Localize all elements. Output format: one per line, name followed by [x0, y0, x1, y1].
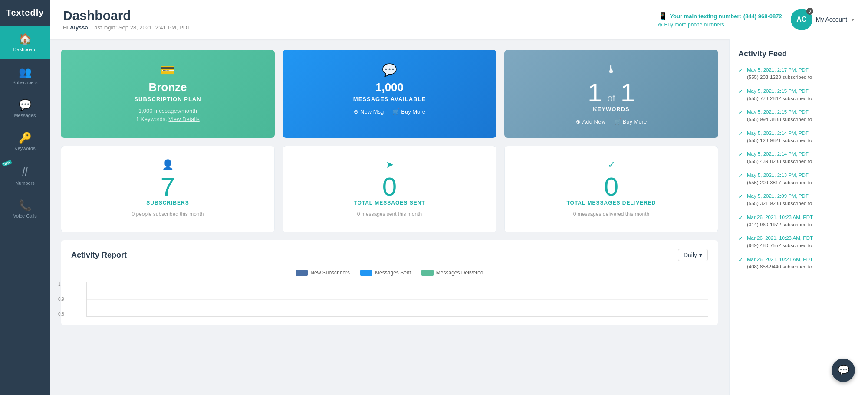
subscribers-card: 👤 7 SUBSCRIBERS 0 people subscribed this… — [61, 146, 275, 232]
sidebar-item-keywords[interactable]: 🔑 Keywords — [0, 125, 50, 158]
check-icon-9: ✓ — [738, 256, 743, 263]
new-badge: NEW — [2, 160, 12, 166]
my-account[interactable]: AC 0 My Account ▼ — [791, 9, 855, 30]
buy-more-label: Buy more phone numbers — [664, 22, 724, 28]
buy-more-numbers[interactable]: ⊕ Buy more phone numbers — [658, 22, 782, 28]
messages-sent-subtitle: TOTAL MESSAGES SENT — [293, 200, 486, 206]
plan-keywords: 1 Keywords. View Details — [71, 116, 264, 122]
feed-item: ✓ May 5, 2021. 2:17 PM, PDT (555) 203-12… — [738, 66, 859, 82]
buy-more-messages-link[interactable]: 🛒 Buy More — [392, 108, 425, 115]
activity-feed: Activity Feed ✓ May 5, 2021. 2:17 PM, PD… — [729, 39, 868, 395]
home-icon: 🏠 — [19, 33, 32, 45]
daily-dropdown[interactable]: Daily ▾ — [678, 249, 708, 261]
plan-subtitle: SUBSCRIPTION PLAN — [71, 96, 264, 102]
legend-messages-delivered: Messages Delivered — [421, 270, 483, 276]
view-details-link[interactable]: View Details — [168, 116, 199, 122]
dropdown-chevron-icon: ▾ — [699, 251, 702, 258]
feed-info-5: May 5, 2021. 2:13 PM, PDT (555) 209-3817… — [747, 172, 812, 187]
messages-sent-detail: 0 messages sent this month — [293, 211, 486, 217]
feed-item: ✓ Mar 26, 2021. 10:21 AM, PDT (408) 858-… — [738, 256, 859, 271]
phone-label-text: Your main texting number: — [670, 13, 741, 20]
buy-more-keywords-link[interactable]: 🛒 Buy More — [614, 118, 647, 125]
check-icon-1: ✓ — [738, 88, 743, 95]
check-icon-6: ✓ — [738, 193, 743, 200]
feed-number-9: (408) 858-9440 — [747, 264, 781, 269]
chevron-down-icon: ▼ — [851, 17, 855, 22]
feed-date-3: May 5, 2021. 2:14 PM, PDT — [747, 131, 809, 136]
sidebar-item-label: Messages — [14, 113, 36, 118]
messages-icon: 💬 — [19, 99, 32, 111]
sidebar-item-voice[interactable]: 📞 Voice Calls — [0, 193, 50, 225]
keywords-card: 🌡 1 of 1 KEYWORDS ⊕ Add New 🛒 — [504, 50, 718, 138]
feed-action-0: subscribed to — [783, 75, 812, 80]
sidebar-item-label: Dashboard — [13, 47, 37, 52]
activity-feed-title: Activity Feed — [738, 49, 859, 59]
main-number-label: 📱 Your main texting number: (844) 968-08… — [658, 11, 782, 21]
plan-icon: 💳 — [71, 63, 264, 77]
check-icon-7: ✓ — [738, 214, 743, 221]
feed-info-6: May 5, 2021. 2:09 PM, PDT (555) 321-9238… — [747, 193, 812, 208]
feed-item: ✓ May 5, 2021. 2:14 PM, PDT (555) 439-82… — [738, 150, 859, 166]
bottom-stats-row: 👤 7 SUBSCRIBERS 0 people subscribed this… — [61, 146, 718, 232]
subscribers-number: 7 — [72, 174, 264, 200]
feed-number-2: (555) 994-3888 — [747, 117, 781, 122]
avatar-badge: 0 — [806, 8, 813, 15]
phone-icon: 📞 — [19, 199, 32, 212]
chat-icon: 💬 — [838, 365, 849, 376]
mobile-icon: 📱 — [658, 11, 667, 21]
feed-item: ✓ May 5, 2021. 2:09 PM, PDT (555) 321-92… — [738, 193, 859, 208]
feed-item: ✓ May 5, 2021. 2:15 PM, PDT (555) 773-28… — [738, 88, 859, 103]
feed-action-2: subscribed to — [783, 117, 812, 122]
feed-item: ✓ May 5, 2021. 2:13 PM, PDT (555) 209-38… — [738, 172, 859, 187]
keywords-current: 1 — [588, 80, 602, 106]
legend-sent-label: Messages Sent — [375, 270, 411, 276]
phone-info: 📱 Your main texting number: (844) 968-08… — [658, 11, 782, 28]
feed-info-8: Mar 26, 2021. 10:23 AM, PDT (949) 480-75… — [747, 235, 813, 250]
add-new-keyword-link[interactable]: ⊕ Add New — [576, 118, 605, 125]
legend-sent-color — [360, 270, 372, 276]
chat-button[interactable]: 💬 — [832, 359, 855, 382]
feed-date-9: Mar 26, 2021. 10:21 AM, PDT — [747, 257, 813, 262]
header-subtitle: Hi Alyssa! Last login: Sep 28, 2021. 2:4… — [63, 24, 191, 31]
feed-action-3: subscribed to — [783, 138, 812, 143]
sidebar-item-messages[interactable]: 💬 Messages — [0, 92, 50, 125]
feed-date-0: May 5, 2021. 2:17 PM, PDT — [747, 67, 809, 72]
feed-info-1: May 5, 2021. 2:15 PM, PDT (555) 773-2842… — [747, 88, 812, 103]
messages-available-number: 1,000 — [293, 81, 486, 94]
feed-info-2: May 5, 2021. 2:15 PM, PDT (555) 994-3888… — [747, 108, 812, 124]
sidebar-item-label: Voice Calls — [13, 213, 36, 219]
check-icon-8: ✓ — [738, 235, 743, 242]
feed-number-8: (949) 480-7552 — [747, 243, 781, 248]
feed-info-9: Mar 26, 2021. 10:21 AM, PDT (408) 858-94… — [747, 256, 813, 271]
top-stats-row: 💳 Bronze SUBSCRIPTION PLAN 1,000 message… — [61, 50, 718, 138]
new-msg-link[interactable]: ⊕ New Msg — [354, 108, 384, 115]
feed-number-5: (555) 209-3817 — [747, 180, 781, 185]
sidebar-item-numbers[interactable]: NEW # Numbers — [0, 158, 50, 193]
avatar: AC 0 — [791, 9, 812, 30]
keywords-subtitle: KEYWORDS — [515, 106, 708, 112]
feed-action-8: subscribed to — [783, 243, 812, 248]
sidebar-item-label: Keywords — [14, 146, 35, 151]
cart-keywords-icon: 🛒 — [614, 118, 621, 125]
sidebar-item-dashboard[interactable]: 🏠 Dashboard — [0, 26, 50, 59]
main-area: Dashboard Hi Alyssa! Last login: Sep 28,… — [50, 0, 868, 395]
feed-action-4: subscribed to — [783, 159, 812, 164]
grid-line-2 — [87, 299, 708, 300]
feed-date-7: Mar 26, 2021. 10:23 AM, PDT — [747, 215, 813, 220]
sidebar-item-subscribers[interactable]: 👥 Subscribers — [0, 59, 50, 92]
messages-delivered-detail: 0 messages delivered this month — [515, 211, 707, 217]
messages-sent-card: ➤ 0 TOTAL MESSAGES SENT 0 messages sent … — [283, 146, 496, 232]
check-icon-5: ✓ — [738, 172, 743, 179]
messages-available-actions: ⊕ New Msg 🛒 Buy More — [293, 108, 486, 115]
chart-container: 1 0.9 0.8 — [71, 282, 708, 317]
activity-report-title: Activity Report — [71, 251, 127, 260]
feed-date-1: May 5, 2021. 2:15 PM, PDT — [747, 88, 809, 94]
daily-label: Daily — [684, 251, 697, 258]
keywords-actions: ⊕ Add New 🛒 Buy More — [515, 118, 708, 125]
chart-legend: New Subscribers Messages Sent Messages D… — [71, 270, 708, 276]
header-right: 📱 Your main texting number: (844) 968-08… — [658, 9, 855, 30]
feed-item: ✓ Mar 26, 2021. 10:23 AM, PDT (314) 960-… — [738, 214, 859, 229]
keywords-total: 1 — [621, 80, 635, 106]
numbers-icon: # — [22, 165, 29, 179]
feed-date-8: Mar 26, 2021. 10:23 AM, PDT — [747, 235, 813, 241]
